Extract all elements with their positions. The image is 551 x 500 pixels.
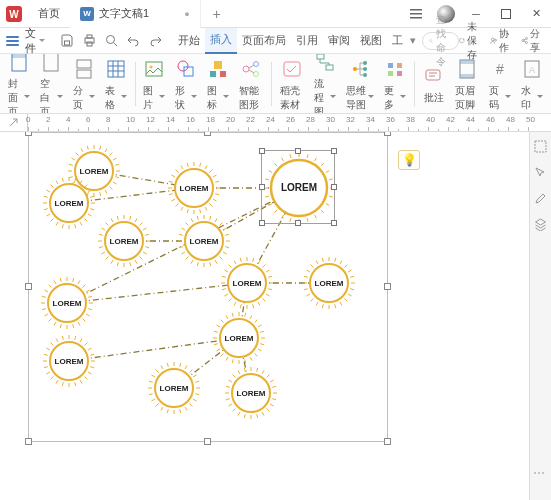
diagram-node[interactable]: LOREM bbox=[178, 215, 230, 267]
ribbon-tab[interactable]: 页面布局 bbox=[237, 28, 291, 54]
ribbon-item[interactable]: 封面页 bbox=[4, 54, 34, 114]
diagram-node[interactable]: LOREM bbox=[225, 367, 277, 419]
ribbon-item[interactable]: 分页 bbox=[69, 56, 99, 112]
svg-line-360 bbox=[233, 409, 236, 412]
print-icon[interactable] bbox=[81, 33, 97, 49]
ribbon-item[interactable]: 图标 bbox=[203, 56, 233, 112]
ribbon-item-label: 图标 bbox=[207, 84, 222, 112]
svg-rect-29 bbox=[220, 71, 226, 77]
ribbon-item-icon: A bbox=[521, 56, 543, 82]
ruler-corner bbox=[0, 114, 28, 132]
diagram-node[interactable]: LOREM bbox=[213, 312, 265, 364]
menu-button[interactable] bbox=[401, 0, 431, 28]
bottom-more-icon[interactable]: ⋯ bbox=[533, 466, 546, 480]
ribbon-item-icon bbox=[143, 56, 165, 82]
svg-text:A: A bbox=[529, 65, 535, 75]
svg-line-98 bbox=[113, 158, 116, 160]
svg-line-340 bbox=[151, 375, 154, 377]
svg-line-324 bbox=[260, 331, 264, 332]
side-tool-select[interactable] bbox=[533, 138, 549, 154]
svg-line-52 bbox=[329, 196, 333, 197]
svg-line-142 bbox=[56, 180, 58, 183]
diagram-node[interactable]: LOREM bbox=[168, 162, 220, 214]
ribbon-item[interactable]: 流程图 bbox=[310, 54, 340, 114]
file-menu[interactable]: 文件 bbox=[19, 26, 51, 56]
ribbon-item[interactable]: 更多 bbox=[380, 56, 410, 112]
svg-line-189 bbox=[179, 234, 183, 235]
ribbon-item[interactable]: A水印 bbox=[517, 56, 547, 112]
redo-icon[interactable] bbox=[147, 33, 163, 49]
svg-line-323 bbox=[258, 325, 261, 327]
diagram-node[interactable]: LOREM bbox=[264, 153, 334, 223]
ribbon-tab[interactable]: 工 bbox=[387, 28, 408, 54]
ribbon-item[interactable]: 页眉页脚 bbox=[451, 56, 483, 112]
smart-tag-button[interactable]: 💡 bbox=[398, 150, 420, 170]
app-menu-icon[interactable] bbox=[6, 36, 19, 46]
document-canvas[interactable]: ⟲ LOREMLOREMLOREMLOREMLOREMLOREMLOREMLOR… bbox=[0, 132, 529, 500]
tabs-overflow-icon[interactable]: ▾ bbox=[410, 34, 416, 47]
svg-line-308 bbox=[232, 359, 233, 363]
new-tab-button[interactable]: + bbox=[213, 6, 221, 22]
ribbon-tab[interactable]: 开始 bbox=[173, 28, 205, 54]
side-tool-arrow[interactable] bbox=[533, 164, 549, 180]
side-tool-pen[interactable] bbox=[533, 190, 549, 206]
tab-home[interactable]: 首页 bbox=[28, 0, 70, 28]
ribbon-item[interactable]: 稻壳素材 bbox=[276, 56, 308, 112]
svg-line-96 bbox=[105, 148, 107, 151]
preview-icon[interactable] bbox=[103, 33, 119, 49]
tab-dirty-indicator: ● bbox=[184, 9, 189, 19]
diagram-node[interactable]: LOREM bbox=[41, 277, 93, 329]
diagram-node[interactable]: LOREM bbox=[43, 177, 95, 229]
diagram-node[interactable]: LOREM bbox=[148, 362, 200, 414]
ribbon-item[interactable]: #页码 bbox=[485, 56, 515, 112]
ribbon-item[interactable]: 思维导图 bbox=[342, 56, 378, 112]
svg-line-104 bbox=[210, 204, 213, 207]
diagram-node[interactable]: LOREM bbox=[221, 257, 273, 309]
svg-line-139 bbox=[44, 196, 48, 197]
save-icon[interactable] bbox=[59, 33, 75, 49]
svg-line-79 bbox=[110, 187, 113, 190]
svg-line-321 bbox=[250, 315, 252, 318]
ribbon-tab[interactable]: 视图 bbox=[355, 28, 387, 54]
diagram-node[interactable]: LOREM bbox=[303, 257, 355, 309]
svg-line-268 bbox=[322, 258, 323, 262]
diagram-node[interactable]: LOREM bbox=[43, 335, 95, 387]
ribbon-tab[interactable]: 插入 bbox=[205, 28, 237, 54]
ribbon-item[interactable]: 形状 bbox=[171, 56, 201, 112]
ribbon-item[interactable]: 空白页 bbox=[36, 54, 66, 114]
ribbon-tab[interactable]: 审阅 bbox=[323, 28, 355, 54]
ribbon-tab[interactable]: 引用 bbox=[291, 28, 323, 54]
ribbon-item[interactable]: 图片 bbox=[139, 56, 169, 112]
ribbon-item[interactable]: 批注 bbox=[419, 63, 449, 105]
ribbon-item[interactable]: 表格 bbox=[101, 56, 131, 112]
connector-line[interactable] bbox=[67, 283, 247, 303]
horizontal-ruler[interactable]: 0246810121416182022242628303234363840424… bbox=[0, 114, 551, 132]
ribbon-item[interactable]: 智能图形 bbox=[235, 56, 267, 112]
svg-line-330 bbox=[185, 407, 187, 410]
node-label: LOREM bbox=[315, 279, 344, 288]
app-logo[interactable]: W bbox=[0, 0, 28, 28]
command-search-input[interactable]: 查找命令 bbox=[422, 32, 459, 50]
smart-art-diagram[interactable]: LOREMLOREMLOREMLOREMLOREMLOREMLOREMLOREM… bbox=[29, 133, 389, 443]
svg-rect-6 bbox=[64, 41, 69, 45]
svg-line-99 bbox=[115, 164, 119, 165]
svg-line-217 bbox=[54, 280, 56, 283]
svg-line-273 bbox=[348, 270, 351, 272]
svg-point-24 bbox=[150, 65, 153, 68]
svg-point-30 bbox=[243, 66, 249, 72]
side-tool-layers[interactable] bbox=[533, 216, 549, 232]
connector-line[interactable] bbox=[69, 338, 239, 361]
svg-point-25 bbox=[178, 61, 188, 71]
svg-line-141 bbox=[51, 185, 54, 188]
svg-line-131 bbox=[75, 224, 76, 228]
ribbon-item-label: 图片 bbox=[143, 84, 158, 112]
svg-line-92 bbox=[81, 148, 83, 151]
undo-icon[interactable] bbox=[125, 33, 141, 49]
ribbon-item-label: 形状 bbox=[175, 84, 190, 112]
svg-text:W: W bbox=[9, 9, 19, 20]
svg-line-368 bbox=[244, 368, 245, 372]
diagram-node[interactable]: LOREM bbox=[98, 215, 150, 267]
svg-line-123 bbox=[213, 175, 216, 177]
tab-document[interactable]: W 文字文稿1 ● bbox=[70, 0, 201, 28]
node-label: LOREM bbox=[281, 182, 317, 193]
